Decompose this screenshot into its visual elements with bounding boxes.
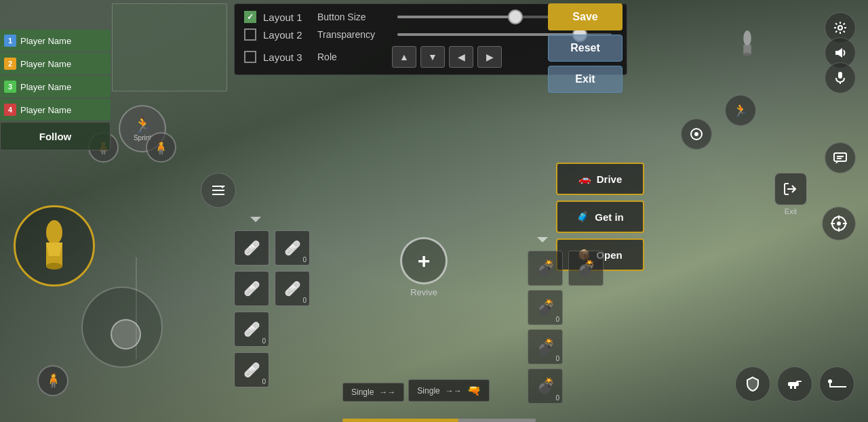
medkit-dropdown-arrow[interactable]	[248, 211, 264, 230]
team-member-4[interactable]: 4 Player Name	[0, 99, 111, 121]
layout-1-checkbox[interactable]	[244, 11, 256, 23]
medkit-count-4: 0	[302, 297, 307, 304]
player-number-2: 2	[4, 58, 16, 70]
settings-icon	[833, 20, 848, 35]
microphone-button[interactable]	[825, 62, 856, 93]
follow-button[interactable]: Follow	[0, 122, 111, 150]
svg-point-6	[46, 263, 62, 270]
weapon-slot-2[interactable]: Single →→ 🔫	[408, 379, 489, 402]
joystick[interactable]	[81, 287, 163, 368]
revive-label: Revive	[410, 287, 437, 297]
exit-circle[interactable]	[774, 173, 807, 205]
weapon-1-label: Single	[351, 387, 374, 397]
bullet-icon	[34, 219, 75, 273]
chat-button[interactable]	[825, 142, 856, 173]
weapon-ammo-fill	[342, 419, 458, 422]
scope-aim-button[interactable]	[681, 119, 712, 150]
medkit-button-4[interactable]: 🩹 0	[275, 271, 310, 306]
save-button[interactable]: Save	[548, 3, 623, 30]
bottom-icon-shoot[interactable]	[777, 366, 812, 402]
drive-icon: 🚗	[578, 173, 591, 185]
medkit-button-1[interactable]: 🩹	[234, 230, 269, 266]
grenade-button-4[interactable]: 💣 0	[528, 368, 563, 404]
grenade-count-2: 0	[555, 316, 559, 323]
shield-icon	[745, 376, 761, 392]
reset-button[interactable]: Reset	[548, 35, 623, 62]
grenade-dropdown-arrow[interactable]	[534, 232, 551, 251]
svg-rect-15	[838, 72, 842, 79]
layout-3-checkbox[interactable]	[244, 51, 256, 63]
player-number-3: 3	[4, 81, 16, 93]
grenade-button-1b[interactable]: 💣	[568, 251, 604, 286]
role-label: Role	[317, 51, 392, 62]
role-up-button[interactable]: ▲	[392, 46, 416, 68]
crosshair-button[interactable]	[822, 207, 856, 240]
joystick-outer-ring[interactable]	[81, 287, 163, 368]
weapon-panel: Single →→ Single →→ 🔫	[342, 379, 490, 402]
chat-icon	[833, 150, 848, 165]
player-avatar-2[interactable]: 🧍	[146, 132, 176, 163]
bottom-icon-shield[interactable]	[735, 366, 770, 402]
medkit-icon-3: 🩹	[243, 280, 260, 297]
role-down-button[interactable]: ▼	[420, 46, 445, 68]
joystick-inner-circle[interactable]	[111, 319, 141, 350]
grenade-button-1[interactable]: 💣	[528, 251, 563, 286]
role-right-button[interactable]: ▶	[477, 46, 502, 68]
player-number-1: 1	[4, 35, 16, 47]
svg-point-29	[837, 221, 841, 226]
drive-button[interactable]: 🚗 Drive	[556, 163, 644, 195]
medkit-button-2[interactable]: 🩹 0	[275, 230, 310, 266]
transparency-label: Transparency	[317, 29, 392, 40]
microphone-icon	[833, 70, 848, 85]
crosshair-icon	[829, 214, 848, 233]
list-button[interactable]	[201, 173, 236, 208]
svg-point-10	[743, 30, 751, 46]
grenade-icon-4: 💣	[536, 377, 555, 395]
player-name-3: Player Name	[20, 82, 71, 92]
revive-button[interactable]: + Revive	[400, 237, 448, 297]
team-member-2[interactable]: 2 Player Name	[0, 53, 111, 75]
exit-game-button[interactable]: Exit	[774, 173, 807, 215]
role-left-button[interactable]: ◀	[449, 46, 473, 68]
layout-1-label: Layout 1	[263, 12, 317, 23]
medkit-button-5[interactable]: 🩹 0	[234, 312, 269, 347]
ammo-display	[14, 205, 95, 287]
svg-marker-9	[537, 237, 548, 242]
svg-rect-32	[790, 386, 792, 389]
grenade-icon-2: 💣	[536, 299, 555, 316]
run-icon: 🏃	[733, 103, 748, 118]
weapon-ammo-bar	[342, 419, 536, 422]
player-name-2: Player Name	[20, 59, 71, 69]
svg-rect-30	[788, 382, 799, 386]
svg-point-13	[838, 26, 842, 30]
bottom-icon-prone[interactable]	[819, 366, 854, 402]
get-in-button[interactable]: 🧳 Get in	[556, 201, 644, 233]
grenade-item-3: 💣 0	[528, 329, 604, 364]
grenade-panel: 💣 💣 💣 0 💣 0 💣 0	[528, 251, 604, 404]
top-bullet-svg	[732, 17, 763, 71]
layout-2-checkbox[interactable]	[244, 28, 256, 41]
player-name-4: Player Name	[20, 105, 71, 115]
weapon-slot-1[interactable]: Single →→	[342, 383, 404, 402]
get-in-label: Get in	[595, 211, 624, 223]
grenade-button-2[interactable]: 💣 0	[528, 290, 563, 325]
team-member-3[interactable]: 3 Player Name	[0, 76, 111, 98]
grenade-button-3[interactable]: 💣 0	[528, 329, 563, 364]
player-number-4: 4	[4, 104, 16, 116]
sprint-icon: 🏃	[134, 117, 152, 134]
team-member-1[interactable]: 1 Player Name	[0, 30, 111, 51]
medkit-button-3[interactable]: 🩹	[234, 271, 269, 306]
grenade-icon-1: 💣	[536, 259, 555, 277]
run-button[interactable]: 🏃	[725, 95, 756, 126]
svg-rect-33	[794, 386, 796, 389]
medkit-button-6[interactable]: 🩹 0	[234, 352, 269, 387]
revive-circle[interactable]: +	[400, 237, 448, 284]
player-status-icon[interactable]: 🧍	[37, 365, 68, 396]
medkit-icon-6: 🩹	[243, 362, 260, 378]
grenade-item-1: 💣 💣	[528, 251, 604, 286]
bottom-right-icons	[735, 366, 854, 402]
panel-action-buttons: Save Reset Exit	[548, 3, 623, 93]
revive-plus-icon: +	[418, 249, 431, 274]
svg-point-4	[46, 220, 62, 245]
exit-panel-button[interactable]: Exit	[548, 66, 623, 93]
